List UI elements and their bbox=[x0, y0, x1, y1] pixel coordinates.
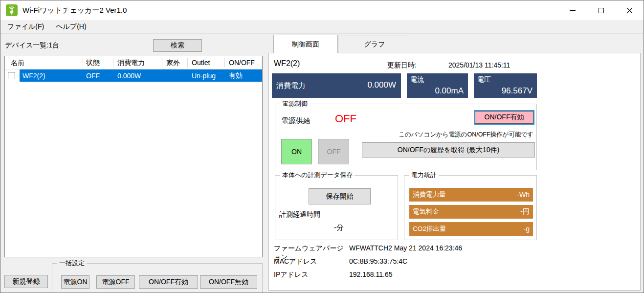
data-save-label: 本体への計測データ保存 bbox=[280, 171, 355, 179]
stat-cost: 電気料金 -円 bbox=[409, 205, 533, 219]
stat-co2: CO2排出量 -g bbox=[409, 222, 533, 236]
power-off-button[interactable]: OFF bbox=[318, 139, 349, 164]
power-stats-label: 電力統計 bbox=[409, 171, 439, 179]
cell-power: 0.000W bbox=[113, 72, 162, 80]
stat-energy: 消費電力量 -Wh bbox=[409, 188, 533, 202]
voltage-metric-value: 96.567V bbox=[502, 86, 533, 96]
ip-address-value: 192.168.11.65 bbox=[349, 270, 393, 279]
save-start-button[interactable]: 保存開始 bbox=[309, 188, 371, 204]
maximize-icon bbox=[599, 8, 604, 13]
close-icon bbox=[626, 7, 633, 14]
title-bar: Wi-Fiワットチェッカー2 Ver1.0 bbox=[0, 0, 644, 20]
mac-address-row: MACアドレス 0C:8B:95:33:75:4C bbox=[274, 257, 636, 266]
stat-energy-label: 消費電力量 bbox=[413, 190, 517, 199]
app-window: Wi-Fiワットチェッカー2 Ver1.0 ファイル(F) ヘルプ(H) デバイ… bbox=[0, 0, 644, 293]
power-supply-state: OFF bbox=[335, 113, 356, 125]
power-stats-group: 電力統計 消費電力量 -Wh 電気料金 -円 CO2排出量 -g bbox=[404, 175, 537, 240]
power-metric-value: 0.000W bbox=[367, 80, 396, 90]
selected-device-name: WF2(2) bbox=[274, 59, 300, 68]
voltage-metric: 電圧 96.567V bbox=[474, 73, 537, 98]
power-control-label: 電源制御 bbox=[280, 100, 310, 108]
power-on-button[interactable]: ON bbox=[281, 139, 312, 164]
data-save-group: 本体への計測データ保存 保存開始 計測経過時間 -分 bbox=[275, 175, 398, 240]
device-list-header: 名前 状態 消費電力 家外 Outlet ON/OFF bbox=[5, 56, 262, 69]
register-new-button[interactable]: 新規登録 bbox=[4, 275, 48, 288]
power-control-note: このパソコンから電源のON/OFF操作が可能です bbox=[399, 131, 533, 139]
power-supply-label: 電源供給 bbox=[281, 116, 311, 126]
voltage-metric-label: 電圧 bbox=[477, 75, 491, 84]
cell-onoff: 有効 bbox=[225, 71, 262, 80]
column-header-away[interactable]: 家外 bbox=[162, 58, 188, 68]
column-header-power[interactable]: 消費電力 bbox=[113, 58, 162, 68]
row-checkbox-cell bbox=[5, 69, 20, 82]
device-list: 名前 状態 消費電力 家外 Outlet ON/OFF WF2(2) OFF 0… bbox=[4, 56, 263, 257]
device-list-title: デバイス一覧:1台 bbox=[5, 41, 59, 50]
table-row[interactable]: WF2(2) OFF 0.000W Un-plug 有効 bbox=[5, 69, 262, 82]
elapsed-time-label: 計測経過時間 bbox=[279, 210, 320, 219]
power-metric-label: 消費電力 bbox=[276, 81, 306, 90]
updated-time-value: 2025/01/13 11:45:11 bbox=[448, 61, 510, 69]
cell-outlet: Un-plug bbox=[188, 72, 225, 80]
bulk-settings-group: 一括設定 電源ON 電源OFF ON/OFF有効 ON/OFF無効 bbox=[52, 263, 263, 293]
control-panel: WF2(2) 更新日時: 2025/01/13 11:45:11 消費電力 0.… bbox=[268, 53, 641, 291]
bulk-settings-label: 一括設定 bbox=[57, 259, 87, 267]
onoff-enable-button[interactable]: ON/OFF有効 bbox=[474, 110, 534, 125]
power-metric: 消費電力 0.000W bbox=[272, 73, 401, 98]
stat-cost-label: 電気料金 bbox=[413, 207, 520, 216]
menu-bar: ファイル(F) ヘルプ(H) bbox=[0, 20, 644, 34]
bulk-power-off-button[interactable]: 電源OFF bbox=[96, 275, 135, 289]
tab-control[interactable]: 制御画面 bbox=[273, 35, 338, 53]
current-metric-value: 0.00mA bbox=[435, 86, 464, 96]
stat-co2-value: -g bbox=[524, 225, 530, 233]
mac-address-label: MACアドレス bbox=[274, 257, 349, 266]
stat-energy-value: -Wh bbox=[517, 191, 530, 199]
bulk-power-on-button[interactable]: 電源ON bbox=[61, 275, 89, 289]
minimize-button[interactable] bbox=[558, 0, 587, 20]
minimize-icon bbox=[570, 10, 576, 11]
bulk-disable-button[interactable]: ON/OFF無効 bbox=[200, 275, 257, 289]
onoff-history-button[interactable]: ON/OFFの履歴を取得 (最大10件) bbox=[362, 142, 535, 158]
mac-address-value: 0C:8B:95:33:75:4C bbox=[349, 257, 407, 266]
cell-status: OFF bbox=[83, 72, 113, 80]
maximize-button[interactable] bbox=[587, 0, 615, 20]
row-body[interactable]: WF2(2) OFF 0.000W Un-plug 有効 bbox=[20, 69, 262, 82]
cell-name: WF2(2) bbox=[20, 72, 83, 80]
menu-file[interactable]: ファイル(F) bbox=[2, 21, 49, 33]
device-checkbox[interactable] bbox=[8, 72, 15, 79]
stat-cost-value: -円 bbox=[520, 207, 530, 216]
column-header-status[interactable]: 状態 bbox=[83, 58, 113, 68]
power-control-group: 電源制御 電源供給 OFF ON/OFF有効 このパソコンから電源のON/OFF… bbox=[275, 104, 537, 170]
column-header-name[interactable]: 名前 bbox=[5, 58, 83, 68]
close-button[interactable] bbox=[615, 0, 644, 20]
stat-co2-label: CO2排出量 bbox=[413, 225, 524, 233]
column-header-outlet[interactable]: Outlet bbox=[188, 58, 225, 68]
bulk-enable-button[interactable]: ON/OFF有効 bbox=[139, 275, 198, 289]
search-button[interactable]: 検索 bbox=[153, 39, 202, 52]
column-header-onoff[interactable]: ON/OFF bbox=[225, 58, 262, 68]
wifi-plug-app-icon bbox=[6, 4, 18, 16]
elapsed-time-value: -分 bbox=[305, 223, 373, 232]
current-metric-label: 電流 bbox=[410, 75, 424, 84]
ip-address-label: IPアドレス bbox=[274, 270, 349, 279]
current-metric: 電流 0.00mA bbox=[407, 73, 468, 98]
tab-graph[interactable]: グラフ bbox=[338, 36, 411, 53]
menu-help[interactable]: ヘルプ(H) bbox=[51, 21, 91, 33]
ip-address-row: IPアドレス 192.168.11.65 bbox=[274, 270, 636, 279]
window-title: Wi-Fiワットチェッカー2 Ver1.0 bbox=[22, 6, 127, 15]
updated-time-label: 更新日時: bbox=[387, 61, 417, 70]
